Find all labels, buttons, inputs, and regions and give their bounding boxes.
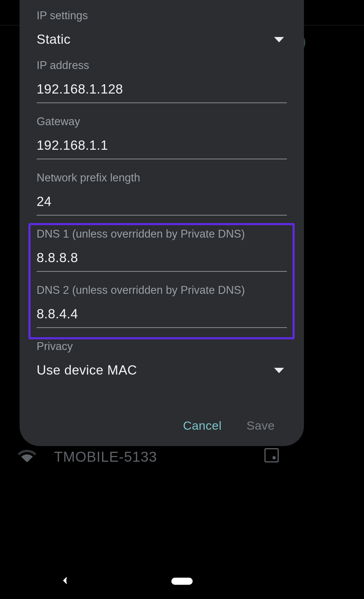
privacy-field[interactable]: Privacy Use device MAC (37, 340, 287, 378)
gesture-pill[interactable] (171, 578, 193, 585)
background-wifi-row: TMOBILE-5133 (18, 447, 157, 466)
ip-settings-value: Static (37, 32, 71, 47)
network-settings-dialog: IP settings Static IP address Gateway Ne… (20, 0, 304, 446)
cancel-button[interactable]: Cancel (183, 419, 222, 433)
dns2-field[interactable]: DNS 2 (unless overridden by Private DNS) (37, 284, 287, 328)
chevron-down-icon (274, 37, 284, 42)
prefix-length-field[interactable]: Network prefix length (37, 171, 287, 216)
ip-address-input[interactable] (37, 82, 287, 97)
prefix-length-label: Network prefix length (37, 171, 287, 184)
dns1-input[interactable] (37, 250, 287, 265)
background-wifi-name: TMOBILE-5133 (54, 449, 157, 465)
dns2-label: DNS 2 (unless overridden by Private DNS) (37, 284, 287, 297)
dns2-input[interactable] (37, 307, 287, 322)
chevron-down-icon (274, 368, 284, 373)
field-underline (37, 271, 287, 272)
back-icon[interactable] (60, 575, 70, 587)
lock-icon (264, 448, 279, 462)
dialog-actions: Cancel Save (37, 409, 287, 446)
prefix-length-input[interactable] (37, 194, 287, 209)
gateway-input[interactable] (37, 138, 287, 153)
ip-settings-label: IP settings (37, 9, 287, 22)
gateway-field[interactable]: Gateway (37, 115, 287, 159)
dialog-scroll-area[interactable]: IP settings Static IP address Gateway Ne… (37, 6, 287, 409)
wifi-icon (18, 447, 36, 466)
field-underline (37, 327, 287, 328)
field-underline (37, 102, 287, 103)
ip-settings-field[interactable]: IP settings Static (37, 9, 287, 47)
gateway-label: Gateway (37, 115, 287, 128)
dns1-label: DNS 1 (unless overridden by Private DNS) (37, 228, 287, 240)
dns1-field[interactable]: DNS 1 (unless overridden by Private DNS) (37, 228, 287, 272)
ip-address-field[interactable]: IP address (37, 59, 287, 103)
save-button[interactable]: Save (247, 419, 275, 433)
privacy-value: Use device MAC (37, 363, 137, 378)
ip-address-label: IP address (37, 59, 287, 72)
field-underline (37, 159, 287, 159)
system-nav-bar (0, 563, 364, 599)
privacy-label: Privacy (37, 340, 287, 353)
field-underline (37, 215, 287, 216)
